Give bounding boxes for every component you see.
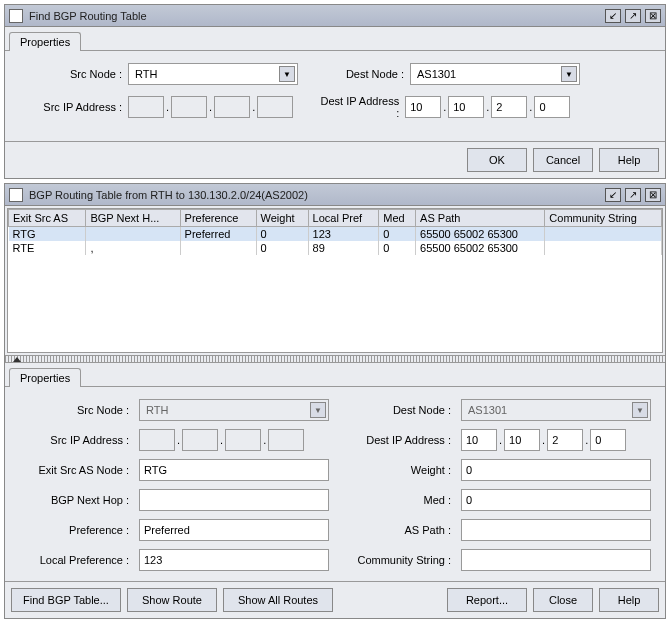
as-path-field[interactable] (461, 519, 651, 541)
dest-ip-octet[interactable]: 10 (448, 96, 484, 118)
split-drag-handle[interactable] (5, 355, 665, 363)
table-header-row: Exit Src AS BGP Next H... Preference Wei… (9, 210, 662, 227)
col-header[interactable]: Weight (256, 210, 308, 227)
close-button[interactable]: Close (533, 588, 593, 612)
tab-properties[interactable]: Properties (9, 368, 81, 387)
find-bgp-table-button[interactable]: Find BGP Table... (11, 588, 121, 612)
src-ip-label: Src IP Address : (13, 434, 133, 446)
cancel-button[interactable]: Cancel (533, 148, 593, 172)
src-node-select[interactable]: RTH ▼ (128, 63, 298, 85)
dest-ip-octet[interactable]: 10 (405, 96, 441, 118)
table-cell: , (86, 241, 180, 255)
tab-properties[interactable]: Properties (9, 32, 81, 51)
find-bgp-window: Find BGP Routing Table ↙ ↗ ⊠ Properties … (4, 4, 666, 179)
chevron-down-icon: ▼ (632, 402, 648, 418)
col-header[interactable]: AS Path (416, 210, 545, 227)
chevron-down-icon: ▼ (561, 66, 577, 82)
help-button[interactable]: Help (599, 588, 659, 612)
src-ip-octet (128, 96, 164, 118)
help-button[interactable]: Help (599, 148, 659, 172)
window-title: BGP Routing Table from RTH to 130.130.2.… (29, 189, 605, 201)
src-ip-octet (182, 429, 218, 451)
show-route-button[interactable]: Show Route (127, 588, 217, 612)
dest-ip-group: 10. 10. 2. 0 (405, 96, 570, 118)
report-button[interactable]: Report... (447, 588, 527, 612)
properties-panel: Src Node : RTH ▼ Dest Node : AS1301 ▼ Sr… (5, 51, 665, 141)
minimize-icon[interactable]: ↙ (605, 188, 621, 202)
dest-ip-octet[interactable]: 2 (547, 429, 583, 451)
dest-ip-octet[interactable]: 2 (491, 96, 527, 118)
exit-src-label: Exit Src AS Node : (13, 464, 133, 476)
table-cell: RTG (9, 227, 86, 242)
table-row[interactable]: RTE,089065500 65002 65300 (9, 241, 662, 255)
col-header[interactable]: Local Pref (308, 210, 379, 227)
local-pref-label: Local Preference : (13, 554, 133, 566)
maximize-icon[interactable]: ↗ (625, 9, 641, 23)
src-node-label: Src Node : (13, 404, 133, 416)
table-row[interactable]: RTGPreferred0123065500 65002 65300 (9, 227, 662, 242)
tabbar: Properties (5, 363, 665, 387)
dest-ip-octet[interactable]: 10 (461, 429, 497, 451)
properties-panel: Src Node : RTH ▼ Dest Node : AS1301 ▼ Sr… (5, 387, 665, 581)
titlebar[interactable]: BGP Routing Table from RTH to 130.130.2.… (5, 184, 665, 206)
dest-ip-label: Dest IP Address : (335, 434, 455, 446)
dest-node-select: AS1301 ▼ (461, 399, 651, 421)
local-pref-field[interactable]: 123 (139, 549, 329, 571)
preference-field[interactable]: Preferred (139, 519, 329, 541)
community-label: Community String : (335, 554, 455, 566)
exit-src-field[interactable]: RTG (139, 459, 329, 481)
dest-ip-group: 10. 10. 2. 0 (461, 429, 651, 451)
bgp-next-field[interactable] (139, 489, 329, 511)
table-cell (180, 241, 256, 255)
preference-label: Preference : (13, 524, 133, 536)
show-all-routes-button[interactable]: Show All Routes (223, 588, 333, 612)
table-cell: 0 (256, 241, 308, 255)
close-icon[interactable]: ⊠ (645, 188, 661, 202)
dest-ip-octet[interactable]: 0 (534, 96, 570, 118)
dest-node-value: AS1301 (468, 404, 507, 416)
minimize-icon[interactable]: ↙ (605, 9, 621, 23)
window-icon (9, 9, 23, 23)
ok-button[interactable]: OK (467, 148, 527, 172)
src-ip-label: Src IP Address : (13, 101, 128, 113)
med-field[interactable]: 0 (461, 489, 651, 511)
dest-ip-octet[interactable]: 0 (590, 429, 626, 451)
dest-ip-octet[interactable]: 10 (504, 429, 540, 451)
src-ip-octet (139, 429, 175, 451)
titlebar[interactable]: Find BGP Routing Table ↙ ↗ ⊠ (5, 5, 665, 27)
dest-node-label: Dest Node : (335, 404, 455, 416)
table-cell: Preferred (180, 227, 256, 242)
maximize-icon[interactable]: ↗ (625, 188, 641, 202)
dest-node-value: AS1301 (417, 68, 456, 80)
tabbar: Properties (5, 27, 665, 51)
table-cell (545, 241, 662, 255)
weight-field[interactable]: 0 (461, 459, 651, 481)
weight-label: Weight : (335, 464, 455, 476)
col-header[interactable]: BGP Next H... (86, 210, 180, 227)
chevron-down-icon: ▼ (279, 66, 295, 82)
routing-table[interactable]: Exit Src AS BGP Next H... Preference Wei… (7, 208, 663, 353)
src-node-value: RTH (135, 68, 157, 80)
src-ip-octet (214, 96, 250, 118)
window-icon (9, 188, 23, 202)
as-path-label: AS Path : (335, 524, 455, 536)
table-cell: 89 (308, 241, 379, 255)
table-cell: RTE (9, 241, 86, 255)
close-icon[interactable]: ⊠ (645, 9, 661, 23)
col-header[interactable]: Preference (180, 210, 256, 227)
med-label: Med : (335, 494, 455, 506)
src-ip-octet (268, 429, 304, 451)
table-cell: 0 (379, 227, 416, 242)
table-cell: 0 (256, 227, 308, 242)
col-header[interactable]: Community String (545, 210, 662, 227)
dest-node-select[interactable]: AS1301 ▼ (410, 63, 580, 85)
src-node-label: Src Node : (13, 68, 128, 80)
col-header[interactable]: Med (379, 210, 416, 227)
window-title: Find BGP Routing Table (29, 10, 605, 22)
table-cell (545, 227, 662, 242)
button-bar: OK Cancel Help (5, 141, 665, 178)
src-ip-group: . . . (139, 429, 329, 451)
src-ip-octet (171, 96, 207, 118)
community-field[interactable] (461, 549, 651, 571)
col-header[interactable]: Exit Src AS (9, 210, 86, 227)
